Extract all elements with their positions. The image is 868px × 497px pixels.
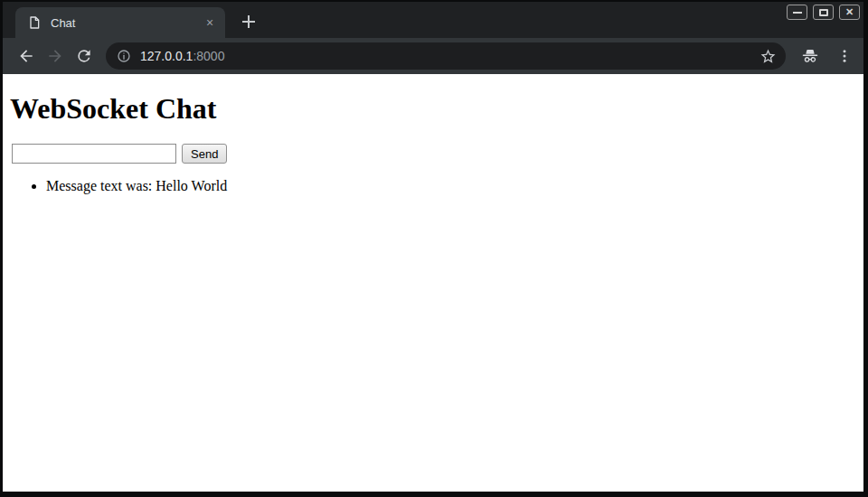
message-list: Message text was: Hello World	[10, 178, 856, 195]
back-button[interactable]	[12, 42, 41, 70]
url-port: :8000	[193, 49, 224, 63]
browser-window: Chat × ✕	[0, 0, 868, 497]
tab-chat[interactable]: Chat ×	[15, 7, 225, 38]
tab-close-icon[interactable]: ×	[202, 14, 218, 31]
document-icon	[27, 15, 42, 30]
chat-form: Send	[12, 144, 856, 164]
close-button[interactable]: ✕	[839, 5, 860, 20]
plus-icon	[241, 14, 256, 29]
forward-button[interactable]	[41, 42, 70, 70]
new-tab-button[interactable]	[236, 9, 261, 34]
message-item: Message text was: Hello World	[46, 178, 856, 195]
minimize-button[interactable]	[787, 5, 807, 20]
tab-title: Chat	[51, 16, 202, 30]
minimize-icon	[793, 12, 802, 14]
toolbar-right	[800, 46, 853, 66]
url-text[interactable]: 127.0.0.1:8000	[140, 49, 760, 63]
browser-toolbar: 127.0.0.1:8000	[3, 38, 863, 74]
page-title: WebSocket Chat	[10, 93, 856, 125]
send-button[interactable]: Send	[182, 144, 227, 164]
close-icon: ✕	[845, 7, 854, 17]
incognito-icon	[800, 46, 820, 66]
message-input[interactable]	[12, 144, 176, 164]
page-viewport: WebSocket Chat Send Message text was: He…	[3, 74, 863, 492]
kebab-menu-icon	[836, 48, 853, 64]
tab-strip: Chat × ✕	[3, 2, 863, 38]
refresh-icon	[75, 47, 93, 65]
menu-button[interactable]	[836, 48, 853, 64]
arrow-forward-icon	[46, 47, 64, 65]
arrow-back-icon	[17, 47, 35, 65]
info-icon[interactable]	[117, 49, 131, 63]
bookmark-button[interactable]	[760, 48, 777, 65]
window-controls: ✕	[787, 5, 860, 20]
url-host: 127.0.0.1	[140, 49, 193, 63]
maximize-icon	[819, 9, 828, 16]
maximize-button[interactable]	[813, 5, 834, 20]
reload-button[interactable]	[70, 42, 99, 70]
star-outline-icon	[760, 48, 777, 65]
address-bar[interactable]: 127.0.0.1:8000	[106, 42, 786, 70]
